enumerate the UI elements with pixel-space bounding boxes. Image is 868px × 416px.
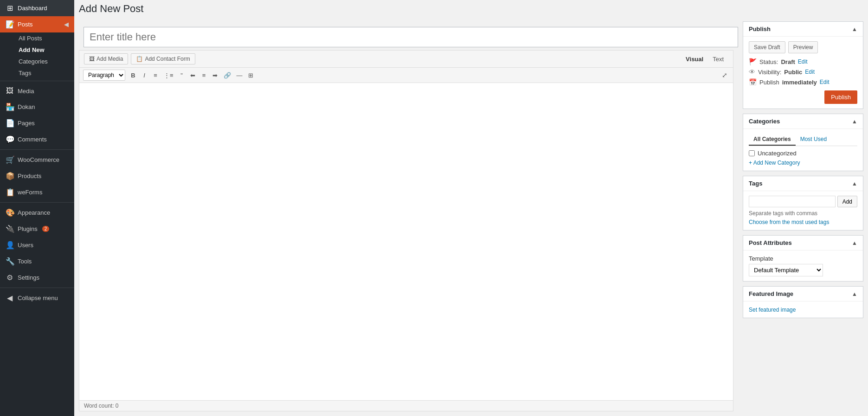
posts-icon: 📝 xyxy=(6,20,14,29)
unordered-list-button[interactable]: ≡ xyxy=(150,70,161,80)
template-label: Template xyxy=(749,255,857,262)
post-title-input[interactable] xyxy=(84,27,738,47)
uncategorized-checkbox[interactable] xyxy=(749,150,755,156)
categories-box-title: Categories xyxy=(749,118,780,125)
status-value: Draft xyxy=(781,58,795,65)
add-media-label: Add Media xyxy=(96,56,123,62)
sidebar-item-plugins[interactable]: 🔌 Plugins 2 xyxy=(0,221,74,237)
page-header: Add New Post xyxy=(74,0,868,17)
editor-area[interactable] xyxy=(79,83,733,400)
sidebar-item-weforms[interactable]: 📋 weForms xyxy=(0,184,74,200)
sidebar-item-products[interactable]: 📦 Products xyxy=(0,168,74,184)
more-button[interactable]: — xyxy=(234,70,245,80)
sidebar-item-comments[interactable]: 💬 Comments xyxy=(0,131,74,147)
editor-toolbar-top: 🖼 Add Media 📋 Add Contact Form Visual Te… xyxy=(79,51,733,68)
word-count-bar: Word count: 0 xyxy=(79,400,733,411)
comments-icon: 💬 xyxy=(6,135,14,144)
template-select[interactable]: Default Template xyxy=(749,264,823,276)
bold-button[interactable]: B xyxy=(128,70,138,80)
blockquote-button[interactable]: " xyxy=(177,70,187,80)
sidebar-item-collapse[interactable]: ◀ Collapse menu xyxy=(0,290,74,306)
set-featured-image-link[interactable]: Set featured image xyxy=(749,307,796,313)
tools-icon: 🔧 xyxy=(6,257,14,266)
sidebar-item-tags[interactable]: Tags xyxy=(13,67,74,79)
sidebar-label-posts: Posts xyxy=(18,21,33,28)
publish-box-header[interactable]: Publish ▲ xyxy=(743,22,863,37)
sidebar-label-add-new: Add New xyxy=(19,46,45,53)
cat-tab-all[interactable]: All Categories xyxy=(749,134,796,146)
uncategorized-label: Uncategorized xyxy=(758,150,797,157)
publish-box-toggle[interactable]: ▲ xyxy=(852,26,857,32)
sidebar-label-all-posts: All Posts xyxy=(19,35,42,42)
sidebar-label-products: Products xyxy=(18,173,41,179)
visibility-value: Public xyxy=(784,69,802,76)
link-button[interactable]: 🔗 xyxy=(221,70,233,80)
preview-button[interactable]: Preview xyxy=(788,41,818,53)
ordered-list-button[interactable]: ⋮≡ xyxy=(161,70,176,80)
plugins-badge: 2 xyxy=(42,226,50,232)
table-button[interactable]: ⊞ xyxy=(246,70,256,80)
sidebar-item-add-new[interactable]: Add New xyxy=(13,44,74,56)
publish-btn-row: Publish xyxy=(749,90,857,104)
align-left-button[interactable]: ⬅ xyxy=(188,70,198,80)
sidebar-item-settings[interactable]: ⚙ Settings xyxy=(0,269,74,286)
sidebar-label-dashboard: Dashboard xyxy=(18,5,47,12)
weforms-icon: 📋 xyxy=(6,188,14,197)
visual-text-tabs: Visual Text xyxy=(681,54,728,64)
sidebar-sub-posts: All Posts Add New Categories Tags xyxy=(0,32,74,79)
post-attributes-box-header[interactable]: Post Attributes ▲ xyxy=(743,236,863,250)
dokan-icon: 🏪 xyxy=(6,102,14,111)
save-draft-button[interactable]: Save Draft xyxy=(749,41,785,53)
sidebar-label-categories: Categories xyxy=(19,58,48,65)
tags-hint: Separate tags with commas xyxy=(749,210,857,217)
dashboard-icon: ⊞ xyxy=(6,4,14,13)
visibility-edit-link[interactable]: Edit xyxy=(805,69,815,75)
main-content: Add New Post 🖼 Add Media 📋 Ad xyxy=(74,0,868,416)
add-tag-button[interactable]: Add xyxy=(837,196,857,207)
editor-wrapper: 🖼 Add Media 📋 Add Contact Form Visual Te… xyxy=(79,50,733,411)
publish-box-title: Publish xyxy=(749,26,771,32)
sidebar-item-appearance[interactable]: 🎨 Appearance xyxy=(0,205,74,221)
visual-tab[interactable]: Visual xyxy=(681,54,708,64)
sidebar-item-categories[interactable]: Categories xyxy=(13,56,74,67)
tags-box-toggle[interactable]: ▲ xyxy=(852,180,857,187)
status-edit-link[interactable]: Edit xyxy=(798,58,808,65)
expand-button[interactable]: ⤢ xyxy=(720,70,729,80)
align-right-button[interactable]: ➡ xyxy=(210,70,220,80)
featured-image-box-header[interactable]: Featured Image ▲ xyxy=(743,287,863,301)
sidebar-item-tools[interactable]: 🔧 Tools xyxy=(0,253,74,269)
sidebar-item-pages[interactable]: 📄 Pages xyxy=(0,115,74,131)
sidebar-item-users[interactable]: 👤 Users xyxy=(0,237,74,253)
publish-button[interactable]: Publish xyxy=(824,90,857,104)
post-attributes-box-toggle[interactable]: ▲ xyxy=(852,240,857,246)
sidebar-item-posts[interactable]: 📝 Posts ◀ xyxy=(0,16,74,32)
sidebar-item-dokan[interactable]: 🏪 Dokan xyxy=(0,99,74,115)
categories-box-header[interactable]: Categories ▲ xyxy=(743,114,863,129)
sidebar-item-all-posts[interactable]: All Posts xyxy=(13,32,74,44)
align-center-button[interactable]: ≡ xyxy=(199,70,209,80)
sidebar-item-dashboard[interactable]: ⊞ Dashboard xyxy=(0,0,74,16)
paragraph-select[interactable]: Paragraph Heading 1 Heading 2 Heading 3 xyxy=(83,70,125,81)
word-count-value: 0 xyxy=(116,403,119,409)
text-tab[interactable]: Text xyxy=(708,54,728,64)
woocommerce-icon: 🛒 xyxy=(6,155,14,164)
sidebar-item-woocommerce[interactable]: 🛒 WooCommerce xyxy=(0,152,74,168)
sidebar-label-dokan: Dokan xyxy=(18,103,35,110)
italic-button[interactable]: I xyxy=(139,70,149,80)
categories-box-toggle[interactable]: ▲ xyxy=(852,118,857,125)
add-media-button[interactable]: 🖼 Add Media xyxy=(84,53,128,64)
add-category-link[interactable]: + Add New Category xyxy=(749,160,857,166)
featured-image-box-toggle[interactable]: ▲ xyxy=(852,291,857,297)
cat-tab-most-used[interactable]: Most Used xyxy=(796,134,831,146)
tags-input[interactable] xyxy=(749,196,836,207)
format-toolbar: Paragraph Heading 1 Heading 2 Heading 3 … xyxy=(79,68,733,83)
publish-time-edit-link[interactable]: Edit xyxy=(820,79,829,85)
publish-visibility-row: 👁 Visibility: Public Edit xyxy=(749,68,857,76)
contact-form-icon: 📋 xyxy=(136,56,143,62)
choose-tags-link[interactable]: Choose from the most used tags xyxy=(749,219,829,225)
featured-image-box-content: Set featured image xyxy=(743,301,863,318)
add-contact-form-button[interactable]: 📋 Add Contact Form xyxy=(131,53,195,64)
sidebar-item-media[interactable]: 🖼 Media xyxy=(0,83,74,99)
post-attributes-box: Post Attributes ▲ Template Default Templ… xyxy=(743,235,863,282)
tags-box-header[interactable]: Tags ▲ xyxy=(743,176,863,191)
